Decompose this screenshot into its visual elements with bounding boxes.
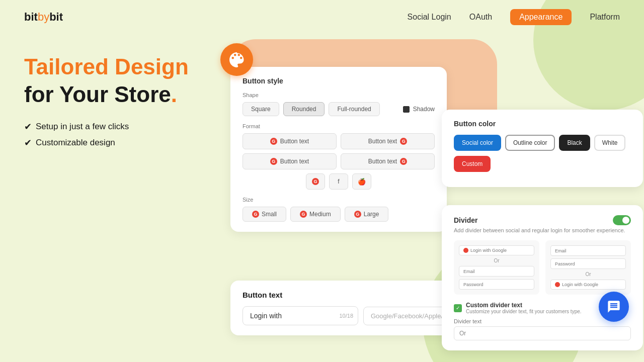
logo-bit2: bit (49, 11, 63, 23)
format-btn-3-label: Button text (280, 158, 309, 165)
preview-or-2: Or (550, 272, 626, 277)
custom-divider-title: Custom divider text (466, 302, 582, 309)
format-btn-1[interactable]: G Button text (243, 133, 337, 149)
hero-dot: . (171, 82, 177, 107)
color-options: Social color Outline color Black White (454, 135, 631, 151)
nav-appearance[interactable]: Appearance (510, 9, 572, 25)
size-medium[interactable]: G Medium (290, 207, 341, 222)
divider-title: Divider (454, 216, 477, 224)
nav-social-login[interactable]: Social Login (408, 13, 451, 22)
g-icon-4: G (400, 158, 407, 165)
preview-or-1: Or (459, 258, 534, 263)
button-color-card: Button color Social color Outline color … (442, 110, 643, 187)
format-btn-2[interactable]: Button text G (341, 133, 435, 149)
shadow-option: Shadow (403, 106, 435, 113)
format-btn-1-label: Button text (280, 138, 309, 145)
preview-form-1: Login with Google Or Email Password (454, 240, 539, 295)
preview-email-2: Email (550, 245, 626, 256)
fb-icon: f (338, 178, 339, 185)
size-row: G Small G Medium G Large (243, 207, 435, 222)
color-options-2: Custom (454, 156, 631, 172)
divider-text-input[interactable] (454, 326, 631, 340)
chat-button[interactable] (599, 292, 629, 322)
icon-only-g[interactable]: G (306, 173, 325, 190)
custom-divider-checkbox[interactable]: ✓ (454, 304, 462, 312)
format-label: Format (243, 123, 435, 129)
size-large[interactable]: G Large (345, 207, 389, 222)
shape-square[interactable]: Square (243, 102, 279, 116)
hero-features: ✔ Setup in just a few clicks ✔ Customiza… (24, 121, 195, 148)
palette-icon-wrap (220, 43, 253, 76)
divider-toggle[interactable] (613, 215, 631, 225)
shape-rounded[interactable]: Rounded (283, 102, 325, 116)
nav-platform[interactable]: Platform (590, 13, 620, 22)
custom-divider-text-wrap: Custom divider text Customize your divid… (466, 302, 582, 314)
g-icon-only: G (312, 178, 319, 185)
format-btn-4[interactable]: Button text G (341, 153, 435, 169)
preview-login-google-text: Login with Google (470, 248, 507, 253)
divider-card: Divider Add divider between social and r… (442, 205, 643, 350)
palette-icon (228, 51, 246, 69)
main-nav: Social Login OAuth Appearance Platform (408, 9, 620, 25)
color-social[interactable]: Social color (454, 135, 501, 151)
custom-divider-sub: Customize your divider text, fit your cu… (466, 309, 582, 314)
feature-2-text: Customizable design (36, 138, 115, 148)
divider-header: Divider (454, 215, 631, 225)
size-small[interactable]: G Small (243, 207, 286, 222)
color-custom[interactable]: Custom (454, 156, 491, 172)
g-icon-2: G (400, 138, 407, 145)
preview-password-1: Password (459, 279, 534, 290)
button-style-card: Button style Shape Square Rounded Full-r… (230, 67, 447, 232)
nav-oauth[interactable]: OAuth (469, 13, 492, 22)
size-label: Size (243, 197, 435, 203)
icon-only-apple[interactable]: 🍎 (352, 173, 371, 190)
divider-previews: Login with Google Or Email Password Emai… (454, 240, 631, 295)
color-white[interactable]: White (594, 135, 626, 151)
preview-password-2: Password (550, 258, 626, 269)
header: bitbybit Social Login OAuth Appearance P… (0, 0, 644, 34)
text-input-wrap: 10/18 (243, 306, 358, 325)
icon-row: G f 🍎 (243, 173, 435, 190)
shadow-checkbox[interactable] (403, 106, 410, 113)
preview-form-2: Email Password Or Login with Google (545, 240, 631, 295)
preview-login-google: Login with Google (459, 245, 534, 255)
g-icon-1: G (270, 138, 277, 145)
color-outline[interactable]: Outline color (505, 135, 555, 151)
format-row-2: G Button text Button text G (243, 153, 435, 169)
format-btn-4-label: Button text (368, 158, 397, 165)
apple-icon: 🍎 (358, 178, 366, 186)
size-medium-label: Medium (309, 211, 331, 218)
format-btn-2-label: Button text (368, 138, 397, 145)
preview-g-icon (463, 248, 468, 253)
shape-label: Shape (243, 92, 435, 98)
hero-title-line2: for Your Store. (24, 82, 195, 108)
size-large-label: Large (364, 211, 379, 218)
hero-feature-1: ✔ Setup in just a few clicks (24, 121, 195, 132)
icon-only-fb[interactable]: f (329, 173, 348, 190)
shape-full-rounded[interactable]: Full-rounded (329, 102, 379, 116)
format-btn-3[interactable]: G Button text (243, 153, 337, 169)
feature-1-text: Setup in just a few clicks (36, 122, 129, 132)
divider-text-label: Divider text (454, 318, 631, 324)
preview-email-1: Email (459, 266, 534, 277)
chat-icon (607, 300, 621, 314)
button-style-title: Button style (243, 77, 435, 85)
check-icon-2: ✔ (24, 137, 32, 148)
color-black[interactable]: Black (559, 135, 590, 151)
hero-title-line1: Tailored Design (24, 54, 195, 80)
g-icon-large: G (354, 211, 361, 218)
logo-by: by (38, 11, 49, 23)
check-icon-1: ✔ (24, 121, 32, 132)
preview-login-google-2: Login with Google (550, 280, 626, 290)
hero-feature-2: ✔ Customizable design (24, 137, 195, 148)
logo-bit1: bit (24, 11, 38, 23)
shadow-label: Shadow (413, 106, 435, 113)
hero-text: Tailored Design for Your Store. ✔ Setup … (24, 39, 195, 148)
button-color-title: Button color (454, 120, 631, 128)
hero-subtitle-text: for Your Store (24, 82, 171, 107)
g-icon-medium: G (300, 211, 307, 218)
shape-row: Square Rounded Full-rounded Shadow (243, 102, 435, 116)
preview-g-icon-2 (555, 282, 560, 287)
hero-section: Tailored Design for Your Store. ✔ Setup … (0, 34, 644, 148)
char-count: 10/18 (339, 313, 353, 319)
